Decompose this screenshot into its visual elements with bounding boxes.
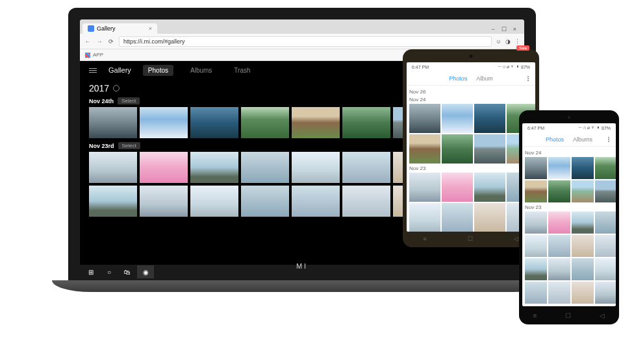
- photo-thumbnail[interactable]: [292, 186, 340, 217]
- photo-thumbnail[interactable]: [409, 134, 440, 164]
- nav-reload-button[interactable]: ⟳: [107, 38, 115, 45]
- store-button[interactable]: 🛍: [119, 265, 136, 278]
- date-label: Nov 26: [409, 89, 533, 95]
- phone-device: 6:47 PM ··· ⌂ ⌀ ᯤ ▮ 87% Photos Albums No…: [519, 110, 619, 324]
- back-button-icon[interactable]: ◁: [600, 312, 605, 319]
- browser-tab[interactable]: Gallery ×: [82, 23, 157, 34]
- photo-thumbnail[interactable]: [190, 107, 238, 138]
- photo-thumbnail[interactable]: [442, 104, 473, 133]
- date-label: Nov 24: [525, 150, 613, 156]
- hamburger-menu-icon[interactable]: [89, 68, 97, 73]
- photo-thumbnail[interactable]: [572, 258, 594, 280]
- window-close-button[interactable]: ×: [513, 26, 516, 32]
- photo-thumbnail[interactable]: [474, 203, 505, 232]
- window-maximize-button[interactable]: ☐: [501, 26, 507, 32]
- photo-thumbnail[interactable]: [409, 104, 440, 133]
- tablet-status-bar: 6:47 PM ··· ⌂ ⌀ ᯤ ▮ 87%: [407, 62, 535, 71]
- date-label: Nov 24: [409, 97, 533, 103]
- photo-thumbnail[interactable]: [595, 258, 616, 280]
- photo-thumbnail[interactable]: [89, 186, 137, 217]
- bookmark-app[interactable]: APP: [93, 52, 103, 58]
- extension-icon[interactable]: ◑: [505, 38, 511, 45]
- select-button[interactable]: Select: [118, 142, 140, 149]
- camera-icon: [568, 116, 570, 119]
- status-icons: ··· ⌂ ⌀ ᯤ ▮ 87%: [578, 125, 611, 130]
- chrome-button[interactable]: ◉: [137, 265, 154, 278]
- photo-thumbnail[interactable]: [572, 180, 594, 202]
- photo-thumbnail[interactable]: [241, 186, 289, 217]
- photo-thumbnail[interactable]: [572, 157, 594, 179]
- photo-thumbnail[interactable]: [442, 203, 473, 232]
- photo-thumbnail[interactable]: [525, 282, 547, 304]
- tab-photos[interactable]: Photos: [449, 75, 467, 82]
- home-button-icon[interactable]: ☐: [468, 236, 473, 242]
- photo-thumbnail[interactable]: [525, 180, 547, 202]
- sale-badge: Sale: [516, 45, 529, 51]
- photo-thumbnail[interactable]: [292, 107, 340, 138]
- photo-thumbnail[interactable]: [572, 212, 594, 234]
- address-bar: ← → ⟳ https://i.mi.com/#gallery ☺ ◑ ⋮: [80, 34, 524, 49]
- photo-thumbnail[interactable]: [595, 235, 616, 257]
- start-button[interactable]: ⊞: [82, 265, 99, 278]
- photo-thumbnail[interactable]: [342, 107, 390, 138]
- photo-thumbnail[interactable]: [548, 157, 570, 179]
- nav-albums[interactable]: Albums: [185, 65, 217, 76]
- photo-thumbnail[interactable]: [572, 235, 594, 257]
- profile-icon[interactable]: ☺: [496, 38, 501, 45]
- photo-thumbnail[interactable]: [190, 186, 238, 217]
- photo-thumbnail[interactable]: [342, 186, 390, 217]
- tablet-screen: 6:47 PM ··· ⌂ ⌀ ᯤ ▮ 87% Photos Album Nov…: [407, 62, 535, 232]
- window-minimize-button[interactable]: −: [491, 26, 494, 32]
- photo-thumbnail[interactable]: [525, 235, 547, 257]
- photo-thumbnail[interactable]: [409, 203, 440, 232]
- menu-button-icon[interactable]: ≡: [533, 312, 537, 319]
- back-button-icon[interactable]: ≡: [424, 236, 427, 242]
- more-menu-icon[interactable]: [527, 76, 529, 81]
- photo-thumbnail[interactable]: [89, 107, 137, 138]
- photo-thumbnail[interactable]: [525, 157, 547, 179]
- photo-thumbnail[interactable]: [409, 173, 440, 202]
- cortana-button[interactable]: ○: [101, 265, 118, 278]
- photo-thumbnail[interactable]: [442, 134, 473, 164]
- photo-thumbnail[interactable]: [525, 212, 547, 234]
- tab-albums[interactable]: Albums: [573, 136, 592, 143]
- recent-button-icon[interactable]: ◁: [514, 236, 518, 242]
- photo-thumbnail[interactable]: [342, 152, 390, 183]
- photo-thumbnail[interactable]: [140, 107, 188, 138]
- url-input[interactable]: https://i.mi.com/#gallery: [119, 36, 492, 47]
- photo-thumbnail[interactable]: [548, 282, 570, 304]
- browser-menu-button[interactable]: ⋮: [514, 38, 520, 45]
- select-button[interactable]: Select: [118, 97, 140, 104]
- photo-thumbnail[interactable]: [595, 212, 616, 234]
- home-button-icon[interactable]: ☐: [565, 312, 571, 319]
- photo-thumbnail[interactable]: [190, 152, 238, 183]
- photo-thumbnail[interactable]: [474, 134, 505, 164]
- photo-thumbnail[interactable]: [241, 107, 289, 138]
- photo-thumbnail[interactable]: [548, 212, 570, 234]
- photo-thumbnail[interactable]: [241, 152, 289, 183]
- photo-thumbnail[interactable]: [89, 152, 137, 183]
- nav-back-button[interactable]: ←: [84, 38, 92, 45]
- nav-trash[interactable]: Trash: [229, 65, 255, 76]
- photo-thumbnail[interactable]: [572, 282, 594, 304]
- photo-thumbnail[interactable]: [474, 104, 505, 133]
- photo-thumbnail[interactable]: [292, 152, 340, 183]
- photo-thumbnail[interactable]: [548, 235, 570, 257]
- tab-album[interactable]: Album: [476, 75, 493, 82]
- nav-photos[interactable]: Photos: [143, 65, 173, 76]
- photo-thumbnail[interactable]: [525, 258, 547, 280]
- nav-forward-button[interactable]: →: [95, 38, 103, 45]
- photo-thumbnail[interactable]: [548, 180, 570, 202]
- tab-photos[interactable]: Photos: [546, 136, 564, 143]
- photo-thumbnail[interactable]: [140, 152, 188, 183]
- apps-icon[interactable]: [85, 53, 90, 58]
- photo-thumbnail[interactable]: [140, 186, 188, 217]
- photo-thumbnail[interactable]: [474, 173, 505, 202]
- more-menu-icon[interactable]: [608, 137, 609, 142]
- tab-close-button[interactable]: ×: [149, 25, 152, 32]
- photo-thumbnail[interactable]: [442, 173, 473, 202]
- photo-thumbnail[interactable]: [548, 258, 570, 280]
- photo-thumbnail[interactable]: [595, 157, 616, 179]
- photo-thumbnail[interactable]: [595, 282, 616, 304]
- photo-thumbnail[interactable]: [595, 180, 616, 202]
